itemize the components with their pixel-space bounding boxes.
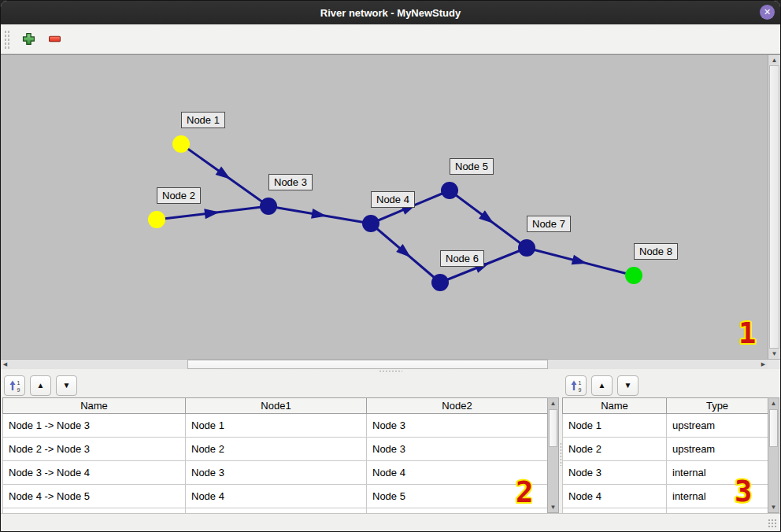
table-cell[interactable]: Node 2 -> Node 3 bbox=[3, 438, 186, 461]
branches-table-wrap: NameNode1Node2Node 1 -> Node 3Node 1Node… bbox=[2, 397, 547, 513]
close-button[interactable]: ✕ bbox=[760, 5, 775, 20]
table-cell[interactable]: Node 3 bbox=[367, 414, 548, 438]
table-row[interactable]: Node 4 -> Node 5Node 4Node 5 bbox=[3, 485, 548, 508]
table-row[interactable]: Node 1upstream bbox=[563, 414, 768, 438]
node-label[interactable]: Node 5 bbox=[450, 158, 494, 175]
move-down-button[interactable]: ▼ bbox=[56, 375, 77, 396]
scroll-up-icon[interactable]: ▲ bbox=[768, 55, 780, 65]
remove-button[interactable] bbox=[44, 29, 65, 50]
header-row: NameType bbox=[563, 398, 768, 414]
resize-grip[interactable] bbox=[768, 519, 778, 529]
table-cell[interactable]: Node 4 bbox=[563, 485, 667, 508]
sort-ascending-icon: 1 9 bbox=[8, 379, 22, 393]
table-cell[interactable]: Node 1 bbox=[563, 414, 667, 438]
scroll-right-icon[interactable]: ▶ bbox=[759, 360, 768, 369]
bottom-panes: 1 9 ▲ ▼ NameNode1Node2Node 1 -> Node 3No… bbox=[1, 373, 780, 513]
branches-pane: 1 9 ▲ ▼ NameNode1Node2Node 1 -> Node 3No… bbox=[1, 373, 560, 513]
toolbar-drag-handle[interactable] bbox=[4, 30, 11, 49]
node-label[interactable]: Node 8 bbox=[634, 243, 678, 260]
table-cell[interactable]: Node 1 -> Node 3 bbox=[3, 414, 186, 438]
scroll-down-icon[interactable]: ▼ bbox=[768, 349, 780, 359]
down-arrow-icon: ▼ bbox=[63, 382, 71, 390]
up-arrow-icon: ▲ bbox=[598, 382, 606, 390]
move-up-button[interactable]: ▲ bbox=[591, 375, 613, 396]
annotation-3: 3 bbox=[735, 477, 752, 506]
nodes-table-scrollbar[interactable]: ▲ ▼ bbox=[768, 397, 779, 513]
close-icon: ✕ bbox=[764, 7, 771, 17]
node-label[interactable]: Node 6 bbox=[440, 250, 484, 267]
window-title: River network - MyNewStudy bbox=[320, 7, 461, 19]
svg-text:9: 9 bbox=[578, 387, 581, 393]
table-cell[interactable]: Node 4 bbox=[186, 485, 367, 508]
column-header[interactable]: Name bbox=[563, 398, 667, 414]
scroll-down-icon[interactable]: ▼ bbox=[548, 502, 558, 512]
network-canvas[interactable]: Node 1Node 2Node 3Node 4Node 5Node 6Node… bbox=[1, 54, 780, 359]
add-button[interactable] bbox=[18, 29, 39, 50]
branches-table-scrollbar[interactable]: ▲ ▼ bbox=[547, 397, 559, 513]
scroll-left-icon[interactable]: ◀ bbox=[1, 360, 9, 369]
table-row[interactable]: Node 3 -> Node 4Node 3Node 4 bbox=[3, 461, 548, 485]
table-cell[interactable]: Node 3 bbox=[563, 461, 667, 485]
canvas-vscroll-thumb[interactable] bbox=[769, 65, 779, 349]
table-cell[interactable]: upstream bbox=[667, 414, 768, 438]
annotation-1: 1 bbox=[738, 319, 756, 348]
sort-button[interactable]: 1 9 bbox=[4, 375, 25, 396]
nodes-toolbar: 1 9 ▲ ▼ bbox=[562, 373, 780, 397]
main-toolbar bbox=[1, 24, 780, 54]
column-header[interactable]: Type bbox=[667, 398, 768, 414]
annotation-2: 2 bbox=[516, 478, 533, 507]
table-cell[interactable]: Node 4 -> Node 5 bbox=[3, 485, 186, 508]
move-down-button[interactable]: ▼ bbox=[617, 375, 638, 396]
table-cell[interactable]: Node 2 bbox=[186, 438, 367, 461]
branches-scroll-thumb[interactable] bbox=[549, 409, 557, 447]
column-header[interactable]: Node2 bbox=[367, 398, 548, 414]
sort-button[interactable]: 1 9 bbox=[565, 375, 587, 396]
table-row[interactable]: Node 2 -> Node 3Node 2Node 3 bbox=[3, 438, 548, 461]
minus-icon bbox=[48, 32, 61, 46]
table-cell[interactable]: internal bbox=[667, 461, 768, 485]
node-label[interactable]: Node 2 bbox=[157, 187, 201, 204]
plus-icon bbox=[22, 32, 35, 46]
table-cell[interactable]: Node 2 bbox=[563, 438, 667, 461]
table-row[interactable]: Node 2upstream bbox=[563, 438, 768, 461]
column-header[interactable]: Name bbox=[3, 398, 186, 414]
column-header[interactable]: Node1 bbox=[186, 398, 367, 414]
header-row: NameNode1Node2 bbox=[3, 398, 548, 414]
svg-text:1: 1 bbox=[17, 380, 20, 386]
app-window: River network - MyNewStudy ✕ Node 1Node … bbox=[0, 0, 781, 532]
status-bar bbox=[1, 513, 780, 531]
scroll-up-icon[interactable]: ▲ bbox=[548, 398, 558, 408]
table-cell[interactable]: Node 3 bbox=[186, 461, 367, 485]
scrollbar-corner bbox=[768, 359, 780, 369]
node-label[interactable]: Node 3 bbox=[268, 174, 313, 190]
canvas-hscroll-thumb[interactable] bbox=[187, 360, 548, 369]
branches-toolbar: 1 9 ▲ ▼ bbox=[1, 373, 560, 397]
nodes-scroll-thumb[interactable] bbox=[769, 409, 778, 447]
node-labels-layer: Node 1Node 2Node 3Node 4Node 5Node 6Node… bbox=[1, 55, 769, 360]
up-arrow-icon: ▲ bbox=[37, 382, 45, 390]
title-bar[interactable]: River network - MyNewStudy ✕ bbox=[1, 1, 780, 24]
node-label[interactable]: Node 7 bbox=[527, 216, 571, 232]
table-cell[interactable]: Node 3 -> Node 4 bbox=[3, 461, 186, 485]
down-arrow-icon: ▼ bbox=[624, 382, 632, 390]
splitter-handle-dots bbox=[379, 370, 402, 372]
branches-table: NameNode1Node2Node 1 -> Node 3Node 1Node… bbox=[2, 397, 547, 513]
table-row[interactable]: Node 1 -> Node 3Node 1Node 3 bbox=[3, 414, 548, 438]
canvas-hscrollbar[interactable]: ◀ ▶ bbox=[1, 359, 768, 369]
canvas-vscrollbar[interactable]: ▲ ▼ bbox=[768, 55, 780, 359]
table-cell[interactable]: upstream bbox=[667, 438, 768, 461]
svg-text:9: 9 bbox=[17, 387, 20, 393]
table-cell[interactable]: Node 3 bbox=[367, 438, 548, 461]
canvas-hscrollbar-row: ◀ ▶ bbox=[1, 359, 780, 369]
sort-ascending-icon: 1 9 bbox=[569, 379, 583, 393]
scroll-up-icon[interactable]: ▲ bbox=[768, 398, 779, 408]
move-up-button[interactable]: ▲ bbox=[30, 375, 51, 396]
node-label[interactable]: Node 4 bbox=[371, 191, 415, 208]
node-label[interactable]: Node 1 bbox=[181, 112, 225, 128]
scroll-down-icon[interactable]: ▼ bbox=[768, 502, 779, 512]
svg-text:1: 1 bbox=[578, 380, 581, 386]
table-cell[interactable]: Node 1 bbox=[186, 414, 367, 438]
table-cell[interactable]: internal bbox=[667, 485, 768, 508]
